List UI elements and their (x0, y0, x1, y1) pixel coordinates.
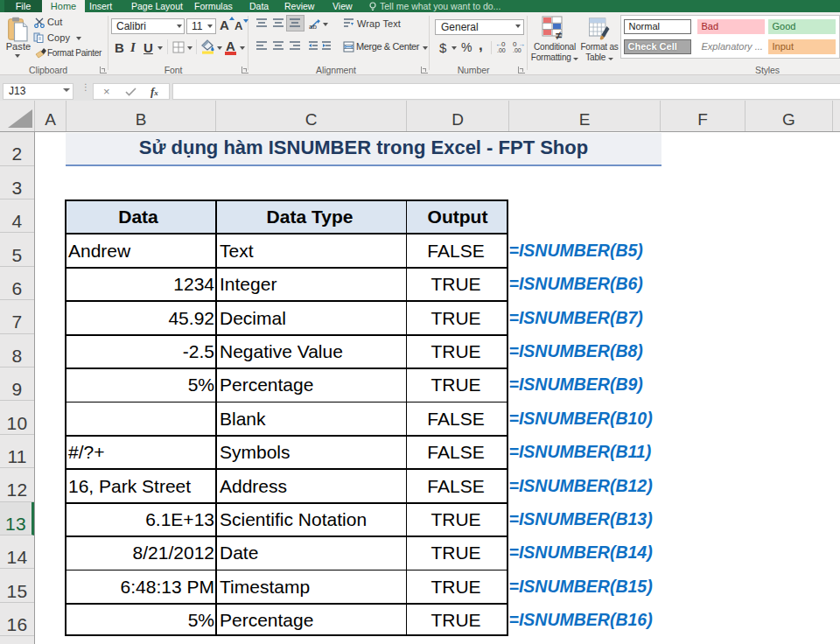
svg-text:ab: ab (309, 23, 317, 30)
svg-text:.00: .00 (497, 47, 506, 52)
svg-text:.00: .00 (513, 47, 522, 52)
svg-text:≠: ≠ (556, 29, 562, 42)
